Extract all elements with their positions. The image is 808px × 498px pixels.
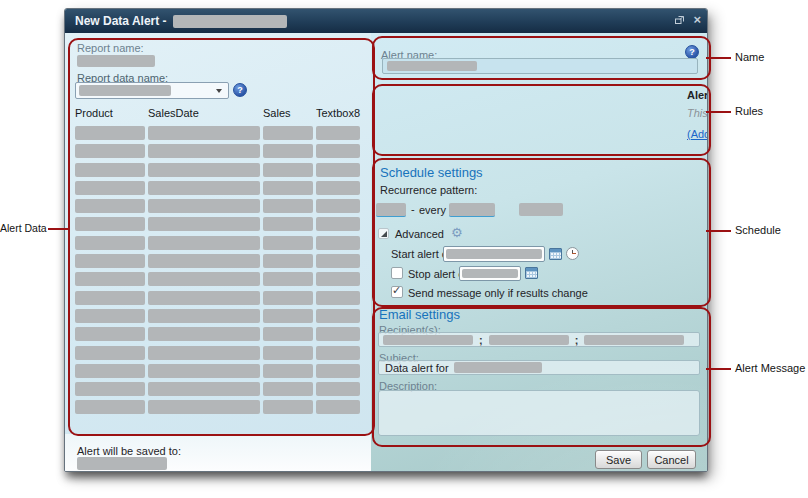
alert-name-input[interactable] <box>382 58 698 74</box>
table-cell-redacted <box>263 217 313 231</box>
send-only-checkbox[interactable] <box>391 286 403 298</box>
description-textarea[interactable] <box>378 390 700 436</box>
table-cell-redacted <box>263 144 313 158</box>
gear-icon[interactable]: ⚙ <box>451 227 463 239</box>
stop-date-value-redacted <box>462 269 518 278</box>
alert-data-rows <box>75 126 360 414</box>
table-cell-redacted <box>263 236 313 250</box>
callout-line-schedule <box>706 230 731 232</box>
table-cell-redacted <box>263 309 313 323</box>
table-row[interactable] <box>75 254 360 268</box>
table-cell-redacted <box>316 382 360 396</box>
table-row[interactable] <box>75 144 360 158</box>
recipient-redacted <box>489 335 569 345</box>
table-cell-redacted <box>263 272 313 286</box>
add-rule-link[interactable]: (Add rule...) <box>687 128 708 140</box>
calendar-icon[interactable] <box>549 248 562 260</box>
report-name-value-redacted <box>77 55 155 67</box>
subject-input[interactable]: Data alert for <box>378 360 700 375</box>
no-rules-note: This alert has no rules and it is sent w… <box>687 107 708 119</box>
alert-name-value-redacted <box>387 61 477 71</box>
table-cell-redacted <box>316 199 360 213</box>
table-cell-redacted <box>75 236 145 250</box>
table-cell-redacted <box>148 272 260 286</box>
start-date-input[interactable] <box>443 246 545 262</box>
new-data-alert-dialog: New Data Alert - × Report name: Report d… <box>64 8 708 472</box>
callout-label-name: Name <box>735 51 764 63</box>
column-header-salesdate[interactable]: SalesDate <box>148 107 260 119</box>
table-row[interactable] <box>75 382 360 396</box>
recurrence-extra-redacted[interactable] <box>519 203 563 216</box>
dropdown-value-redacted <box>79 85 171 96</box>
table-cell-redacted <box>75 400 145 414</box>
table-cell-redacted <box>75 254 145 268</box>
recurrence-unit-redacted[interactable] <box>376 203 406 217</box>
column-header-textbox8[interactable]: Textbox8 <box>316 107 360 119</box>
report-name-label: Report name: <box>77 42 144 54</box>
table-cell-redacted <box>148 291 260 305</box>
callout-label-alert-data: Alert Data <box>0 222 47 234</box>
table-cell-redacted <box>263 163 313 177</box>
restore-icon[interactable] <box>674 15 686 26</box>
table-row[interactable] <box>75 199 360 213</box>
calendar-icon[interactable] <box>525 267 538 279</box>
table-cell-redacted <box>316 291 360 305</box>
report-data-name-dropdown[interactable] <box>75 82 229 99</box>
screenshot-stage: New Data Alert - × Report name: Report d… <box>0 0 808 498</box>
table-cell-redacted <box>148 327 260 341</box>
help-icon[interactable]: ? <box>685 45 699 59</box>
stop-alert-checkbox[interactable] <box>391 267 403 279</box>
column-header-product[interactable]: Product <box>75 107 145 119</box>
table-row[interactable] <box>75 291 360 305</box>
table-cell-redacted <box>316 144 360 158</box>
every-label: every <box>419 204 446 216</box>
table-cell-redacted <box>263 181 313 195</box>
table-cell-redacted <box>148 309 260 323</box>
table-cell-redacted <box>148 364 260 378</box>
start-date-value-redacted <box>446 249 542 259</box>
table-row[interactable] <box>75 126 360 140</box>
subject-value: Data alert for <box>385 362 449 374</box>
table-row[interactable] <box>75 400 360 414</box>
schedule-settings-heading: Schedule settings <box>380 165 483 180</box>
recipients-input[interactable]: ; ; <box>378 332 700 347</box>
table-cell-redacted <box>75 163 145 177</box>
advanced-label[interactable]: Advanced <box>395 228 444 240</box>
stop-date-input[interactable] <box>459 266 521 281</box>
recurrence-pattern-label: Recurrence pattern: <box>380 184 477 196</box>
table-cell-redacted <box>148 217 260 231</box>
window-title-redacted <box>173 15 287 28</box>
table-cell-redacted <box>316 327 360 341</box>
alert-me-if-label: Alert me if <box>687 89 708 101</box>
column-header-sales[interactable]: Sales <box>263 107 313 119</box>
table-row[interactable] <box>75 163 360 177</box>
table-cell-redacted <box>75 126 145 140</box>
table-cell-redacted <box>75 382 145 396</box>
help-icon[interactable]: ? <box>233 83 247 97</box>
table-cell-redacted <box>263 126 313 140</box>
saved-to-label: Alert will be saved to: <box>77 445 181 457</box>
save-button[interactable]: Save <box>595 450 642 469</box>
callout-label-rules: Rules <box>735 105 763 117</box>
table-cell-redacted <box>75 291 145 305</box>
title-bar[interactable]: New Data Alert - × <box>65 9 707 34</box>
callout-line-alert-data <box>48 228 70 230</box>
clock-icon[interactable] <box>566 247 579 260</box>
table-cell-redacted <box>316 400 360 414</box>
table-header-row: Product SalesDate Sales Textbox8 <box>75 107 360 119</box>
table-row[interactable] <box>75 217 360 231</box>
cancel-button[interactable]: Cancel <box>647 450 696 469</box>
table-cell-redacted <box>263 382 313 396</box>
recurrence-interval-redacted[interactable] <box>449 203 495 217</box>
recipient-redacted <box>383 335 473 345</box>
expander-icon[interactable] <box>378 228 389 239</box>
table-cell-redacted <box>75 199 145 213</box>
table-row[interactable] <box>75 181 360 195</box>
table-row[interactable] <box>75 364 360 378</box>
table-row[interactable] <box>75 236 360 250</box>
table-row[interactable] <box>75 346 360 360</box>
table-row[interactable] <box>75 309 360 323</box>
table-row[interactable] <box>75 327 360 341</box>
table-row[interactable] <box>75 272 360 286</box>
close-icon[interactable]: × <box>693 14 701 26</box>
